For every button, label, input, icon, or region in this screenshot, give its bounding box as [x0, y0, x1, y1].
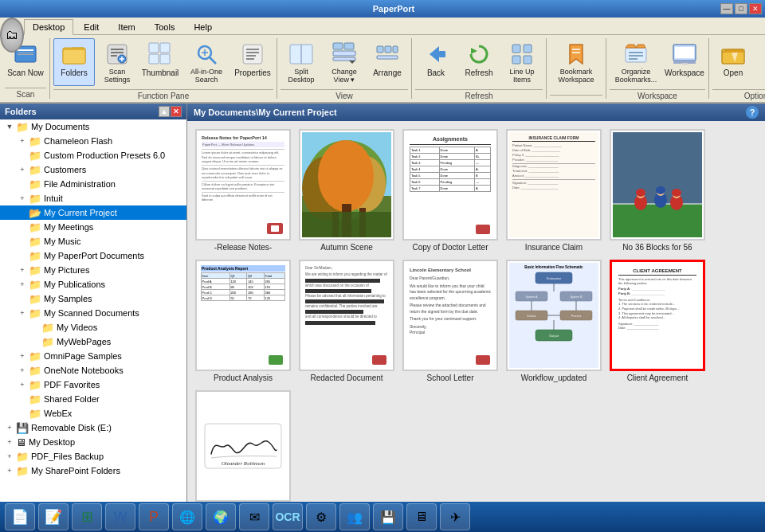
thumb-item-bw-signature[interactable]: Oleander Robinson BW Signature [195, 390, 291, 502]
tab-help[interactable]: Help [185, 19, 221, 34]
properties-button[interactable]: Properties [232, 38, 273, 86]
tree-item-my-desktop[interactable]: + 🖥 My Desktop [0, 435, 186, 449]
tree-expand-onenote[interactable]: + [16, 364, 29, 377]
thumb-item-autumn-scene[interactable]: Autumn Scene [299, 129, 394, 252]
lineup-button[interactable]: Line Up Items [501, 38, 543, 88]
tree-item-my-publications[interactable]: + 📁 My Publications [0, 277, 186, 291]
tree-expand-omnipage[interactable]: + [16, 350, 29, 362]
thumb-item-release-notes[interactable]: Release Notes for PaperPort 14 PaperPort… [195, 129, 291, 252]
minimize-button[interactable]: — [720, 3, 733, 14]
tree-expand-my-publications[interactable]: + [16, 278, 29, 291]
open-button[interactable]: Open [712, 38, 754, 86]
tree-item-omnipage[interactable]: + 📁 OmniPage Samples [0, 349, 186, 363]
tab-item[interactable]: Item [109, 19, 143, 34]
thumbnail-button[interactable]: Thumbnail [139, 38, 181, 86]
maximize-button[interactable]: □ [735, 3, 747, 14]
tree-expand-shared-folder[interactable] [16, 393, 29, 405]
tree-item-my-videos[interactable]: 📁 My Videos [0, 320, 186, 334]
tree-expand-my-documents[interactable]: ▼ [3, 120, 16, 133]
split-desktop-button[interactable]: Split Desktop [280, 38, 322, 88]
tree-expand-pdf-files-backup[interactable]: + [3, 450, 16, 463]
folders-close-button[interactable]: ✕ [171, 106, 182, 117]
bookmark-button[interactable]: Bookmark Workspace [550, 38, 602, 88]
taskbar-email[interactable]: ✉ [239, 503, 269, 530]
tree-expand-removable-disk[interactable]: + [3, 421, 16, 434]
close-button[interactable]: ✕ [749, 3, 762, 14]
tab-tools[interactable]: Tools [146, 19, 184, 34]
tree-expand-my-current-project[interactable] [16, 206, 29, 219]
taskbar-users[interactable]: 👥 [339, 503, 370, 530]
folders-minimize-button[interactable]: ▲ [159, 106, 170, 117]
tree-item-shared-folder[interactable]: 📁 Shared Folder [0, 392, 186, 406]
tree-expand-my-paperport-docs[interactable] [16, 249, 29, 262]
taskbar-excel[interactable]: ⊞ [72, 503, 102, 530]
tree-item-chameleon-flash[interactable]: + 📁 Chameleon Flash [0, 134, 186, 148]
tree-item-my-music[interactable]: 📁 My Music [0, 234, 186, 248]
app-button[interactable]: 🗂 [0, 18, 24, 53]
tree-expand-sharepoint[interactable]: + [3, 464, 16, 477]
thumb-item-client-agreement[interactable]: CLIENT AGREEMENT This agreement is enter… [610, 260, 705, 382]
tree-item-my-samples[interactable]: 📁 My Samples [0, 291, 186, 306]
tab-desktop[interactable]: Desktop [24, 19, 73, 35]
tree-item-pdf-files-backup[interactable]: + 📁 PDF_Files Backup [0, 449, 186, 464]
taskbar-backup[interactable]: 💾 [373, 503, 403, 530]
thumb-item-doctor-letter[interactable]: Assignments Task 1DoneA Task 2DoneB+ Tas… [402, 129, 498, 252]
taskbar-remote[interactable]: 🖥 [406, 503, 437, 530]
tree-expand-pdf-favorites[interactable]: + [16, 378, 29, 391]
tree-expand-my-pictures[interactable]: + [16, 264, 29, 276]
workspace-button[interactable]: Workspace [664, 38, 705, 86]
tree-item-mywebpages[interactable]: 📁 MyWebPages [0, 334, 186, 349]
tree-expand-my-scanned[interactable]: + [16, 307, 29, 319]
folders-button[interactable]: Folders [53, 38, 95, 86]
allinone-button[interactable]: All-in-One Search [182, 38, 230, 88]
tree-item-my-current-project[interactable]: 📂 My Current Project [0, 205, 186, 220]
tree-item-removable-disk[interactable]: + 💾 Removable Disk (E:) [0, 421, 186, 435]
arrange-button[interactable]: Arrange [367, 38, 408, 86]
help-icon[interactable]: ? [746, 106, 759, 119]
tree-expand-file-admin[interactable] [16, 178, 29, 190]
taskbar-powerpoint[interactable]: P [139, 503, 169, 530]
tree-expand-mywebpages[interactable] [29, 335, 41, 348]
tree-item-webex[interactable]: 📁 WebEx [0, 406, 186, 421]
tree-item-intuit[interactable]: + 📁 Intuit [0, 191, 186, 205]
thumb-item-football[interactable]: No 36 Blocks for 56 [610, 129, 705, 252]
tree-item-file-admin[interactable]: 📁 File Administration [0, 177, 186, 191]
thumb-item-insurance-claim[interactable]: INSURANCE CLAIM FORM Patient Name: _____… [506, 129, 602, 252]
thumb-item-product-analysis[interactable]: Product Analysis Report Item Q1 Q2 Total… [195, 260, 291, 382]
tree-item-my-documents[interactable]: ▼ 📁 My Documents [0, 119, 186, 134]
tree-expand-my-samples[interactable] [16, 292, 29, 305]
taskbar-word[interactable]: W [105, 503, 135, 530]
taskbar-notes[interactable]: 📝 [38, 503, 69, 530]
tree-expand-custom-production[interactable] [16, 149, 29, 162]
tree-item-sharepoint[interactable]: + 📁 My SharePoint Folders [0, 464, 186, 478]
tab-edit[interactable]: Edit [75, 19, 108, 34]
tree-item-my-paperport-docs[interactable]: 📁 My PaperPort Documents [0, 248, 186, 263]
refresh-button[interactable]: Refresh [458, 38, 500, 86]
tree-expand-intuit[interactable]: + [16, 192, 29, 205]
tree-item-my-pictures[interactable]: + 📁 My Pictures [0, 263, 186, 277]
scan-settings-button[interactable]: Scan Settings [96, 38, 138, 88]
tree-expand-customers[interactable]: + [16, 163, 29, 176]
tree-item-my-scanned[interactable]: + 📁 My Scanned Documents [0, 306, 186, 320]
tree-item-customers[interactable]: + 📁 Customers [0, 162, 186, 177]
taskbar-app1[interactable]: ⚙ [306, 503, 336, 530]
thumb-item-redacted[interactable]: Dear Sir/Madam, We are writing to inform… [299, 260, 394, 382]
tree-item-my-meetings[interactable]: 📁 My Meetings [0, 220, 186, 234]
taskbar-paperport[interactable]: 📄 [5, 503, 35, 530]
thumb-item-school-letter[interactable]: Lincoln Elementary School Dear Parent/Gu… [402, 260, 498, 382]
tree-item-onenote[interactable]: + 📁 OneNote Notebooks [0, 363, 186, 377]
taskbar-ocr[interactable]: OCR [273, 503, 303, 530]
change-view-button[interactable]: Change View ▾ [324, 38, 365, 88]
tree-expand-my-meetings[interactable] [16, 221, 29, 233]
tree-expand-my-music[interactable] [16, 235, 29, 248]
back-button[interactable]: Back [415, 38, 457, 86]
tree-item-custom-production[interactable]: 📁 Custom Production Presets 6.0 [0, 148, 186, 162]
tree-expand-my-desktop[interactable]: + [3, 436, 16, 448]
taskbar-browser[interactable]: 🌍 [206, 503, 236, 530]
thumb-item-workflow[interactable]: Basic Information Flow Schematic Enterpr… [506, 260, 602, 382]
tree-expand-webex[interactable] [16, 407, 29, 420]
taskbar-send[interactable]: ✈ [440, 503, 470, 530]
tree-item-pdf-favorites[interactable]: + 📁 PDF Favorites [0, 377, 186, 392]
taskbar-ftp[interactable]: 🌐 [172, 503, 202, 530]
organize-bookmarks-button[interactable]: Organize Bookmarks... [610, 38, 662, 88]
